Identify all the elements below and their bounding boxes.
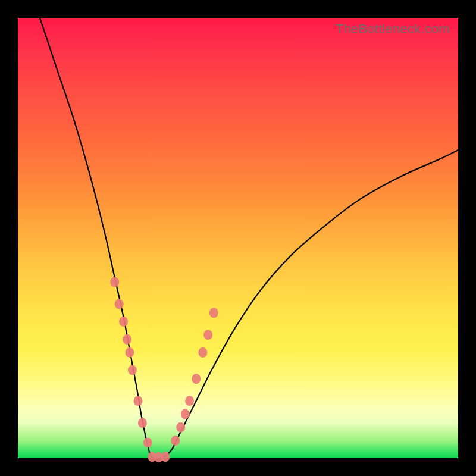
data-dot — [134, 396, 143, 406]
data-dot — [203, 330, 212, 340]
data-dot — [138, 418, 147, 428]
data-dot — [125, 347, 134, 358]
plot-area: TheBottleneck.com — [18, 18, 458, 458]
data-dot — [143, 438, 152, 448]
data-dot — [185, 396, 194, 406]
bottleneck-curve-svg — [18, 18, 458, 458]
data-dot — [110, 277, 119, 287]
chart-frame: TheBottleneck.com — [0, 0, 476, 476]
dots-right-arm — [171, 308, 218, 446]
data-dot — [209, 308, 218, 318]
data-dot — [128, 365, 137, 375]
data-dot — [181, 409, 190, 419]
data-dot — [198, 347, 207, 358]
data-dot — [119, 317, 128, 327]
data-dot — [123, 334, 131, 345]
dots-left-arm — [110, 277, 152, 448]
bottleneck-curve — [40, 18, 458, 459]
data-dot — [171, 436, 180, 446]
data-dot — [192, 374, 201, 384]
data-dot — [115, 299, 124, 309]
data-dot — [161, 452, 170, 462]
dots-trough — [148, 452, 170, 462]
data-dot — [176, 422, 185, 433]
